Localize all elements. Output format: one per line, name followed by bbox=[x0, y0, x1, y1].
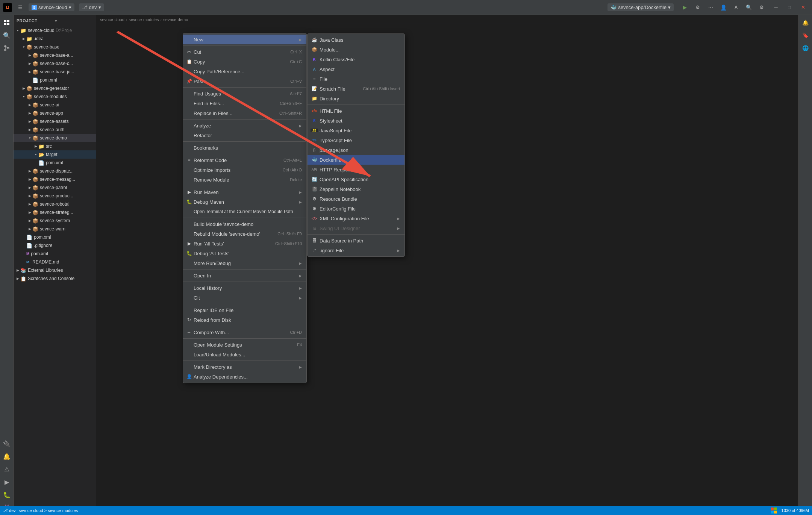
tree-item-sevnce-ai[interactable]: ▶ 📦 sevnce-ai bbox=[14, 101, 96, 109]
project-switcher[interactable]: S sevnce-cloud ▾ bbox=[29, 3, 74, 11]
submenu-typescript-file[interactable]: TS TypeScript File bbox=[308, 135, 404, 145]
submenu-zeppelin-notebook[interactable]: 📓 Zeppelin Notebook bbox=[308, 184, 404, 194]
ctx-item-repair-ide[interactable]: Repair IDE on File bbox=[183, 305, 306, 315]
tree-item-sevnce-base[interactable]: ▾ 📦 sevnce-base bbox=[14, 43, 96, 51]
tree-item-sevnce-system[interactable]: ▶ 📦 sevnce-system bbox=[14, 217, 96, 225]
submenu-scratch-file[interactable]: 📝 Scratch File Ctrl+Alt+Shift+Insert bbox=[308, 84, 404, 94]
user-button[interactable]: 👤 bbox=[718, 2, 729, 13]
branch-switcher[interactable]: ⎇ dev ▾ bbox=[79, 3, 104, 11]
ctx-item-debug-maven[interactable]: 🐛 Debug Maven ▶ bbox=[183, 197, 306, 207]
submenu-dockerfile[interactable]: 🐳 Dockerfile bbox=[308, 155, 404, 165]
tree-item-ext-libs[interactable]: ▶ 📚 External Libraries bbox=[14, 266, 96, 274]
submenu-data-source-in-path[interactable]: 🗄 Data Source in Path bbox=[308, 236, 404, 245]
ctx-item-optimize-imports[interactable]: Optimize Imports Ctrl+Alt+O bbox=[183, 165, 306, 175]
submenu-java-class[interactable]: ☕ Java Class bbox=[308, 35, 404, 45]
tree-item-sevnce-dispatch[interactable]: ▶ 📦 sevnce-dispatc... bbox=[14, 167, 96, 175]
more-button[interactable]: ⋯ bbox=[705, 2, 716, 13]
submenu-editorconfig-file[interactable]: ⚙ EditorConfig File bbox=[308, 204, 404, 214]
gear-button[interactable]: ⚙ bbox=[756, 2, 767, 13]
ctx-item-more-run-debug[interactable]: More Run/Debug ▶ bbox=[183, 258, 306, 268]
ctx-item-debug-all-tests[interactable]: 🐛 Debug 'All Tests' bbox=[183, 248, 306, 258]
ctx-item-compare-with[interactable]: ↔ Compare With... Ctrl+D bbox=[183, 327, 306, 337]
hamburger-menu[interactable]: ☰ bbox=[15, 2, 26, 13]
ctx-item-open-in[interactable]: Open In ▶ bbox=[183, 271, 306, 280]
ctx-item-open-terminal[interactable]: Open Terminal at the Current Maven Modul… bbox=[183, 207, 306, 217]
ctx-item-cut[interactable]: ✂ Cut Ctrl+X bbox=[183, 47, 306, 57]
ctx-item-copy-path[interactable]: Copy Path/Reference... bbox=[183, 67, 306, 76]
tree-item-sevnce-base-c[interactable]: ▶ 📦 sevnce-base-c... bbox=[14, 59, 96, 68]
ctx-item-run-all-tests[interactable]: ▶ Run 'All Tests' Ctrl+Shift+F10 bbox=[183, 239, 306, 248]
sidebar-chevron[interactable]: ▾ bbox=[55, 19, 93, 23]
tree-item-sevnce-robotai[interactable]: ▶ 📦 sevnce-robotai bbox=[14, 200, 96, 208]
ctx-item-bookmarks[interactable]: Bookmarks bbox=[183, 143, 306, 153]
submenu-directory[interactable]: 📁 Directory bbox=[308, 94, 404, 103]
submenu-aspect[interactable]: A Aspect bbox=[308, 64, 404, 74]
submenu-ignore-file[interactable]: .i* .ignore File ▶ bbox=[308, 245, 404, 255]
tree-item-sevnce-base-a[interactable]: ▶ 📦 sevnce-base-a... bbox=[14, 51, 96, 59]
submenu-resource-bundle[interactable]: ⚙ Resource Bundle bbox=[308, 194, 404, 204]
ctx-item-analyze[interactable]: Analyze ▶ bbox=[183, 121, 306, 130]
submenu-file[interactable]: ≡ File bbox=[308, 74, 404, 84]
tree-item-sevnce-warn[interactable]: ▶ 📦 sevnce-warn bbox=[14, 225, 96, 233]
activity-icon-notifications[interactable]: 🔔 bbox=[1, 450, 13, 462]
tree-item-gitignore[interactable]: ▶ 📄 .gitignore bbox=[14, 241, 96, 250]
run-button[interactable]: ▶ bbox=[680, 2, 690, 13]
activity-icon-vcs[interactable] bbox=[1, 42, 13, 54]
maximize-button[interactable]: □ bbox=[783, 2, 795, 13]
ctx-item-rebuild-module[interactable]: Rebuild Module 'sevnce-demo' Ctrl+Shift+… bbox=[183, 229, 306, 239]
submenu-xml-config-file[interactable]: </> XML Configuration File ▶ bbox=[308, 214, 404, 223]
tree-item-pom1[interactable]: ▶ 📄 pom.xml bbox=[14, 76, 96, 84]
tree-item-src[interactable]: ▶ 📁 src bbox=[14, 142, 96, 150]
right-panel-icon-notifications[interactable]: 🔔 bbox=[800, 17, 812, 29]
breadcrumb-sevnce-modules[interactable]: sevnce-modules bbox=[129, 17, 159, 22]
breadcrumb-sevnce-cloud[interactable]: sevnce-cloud bbox=[100, 17, 124, 22]
tree-item-sevnce-base-jo[interactable]: ▶ 📦 sevnce-base-jo... bbox=[14, 68, 96, 76]
tree-item-idea[interactable]: ▶ 📁 .idea bbox=[14, 35, 96, 43]
tree-item-readme[interactable]: ▶ M↓ README.md bbox=[14, 258, 96, 266]
ctx-item-load-unload-modules[interactable]: Load/Unload Modules... bbox=[183, 350, 306, 359]
settings-button[interactable]: ⚙ bbox=[692, 2, 703, 13]
tree-item-pom2[interactable]: ▶ 📄 pom.xml bbox=[14, 159, 96, 167]
ctx-item-find-usages[interactable]: Find Usages Alt+F7 bbox=[183, 89, 306, 98]
tree-item-sevnce-message[interactable]: ▶ 📦 sevnce-messag... bbox=[14, 175, 96, 183]
submenu-stylesheet[interactable]: S Stylesheet bbox=[308, 116, 404, 126]
tree-item-target[interactable]: ▾ 📂 target bbox=[14, 150, 96, 159]
tree-item-sevnce-demo[interactable]: ▾ 📦 sevnce-demo bbox=[14, 134, 96, 142]
tree-item-scratches[interactable]: ▶ 📋 Scratches and Console bbox=[14, 274, 96, 283]
ctx-item-mark-directory-as[interactable]: Mark Directory as ▶ bbox=[183, 362, 306, 372]
tree-item-sevnce-strateg[interactable]: ▶ 📦 sevnce-strateg... bbox=[14, 208, 96, 217]
ctx-item-copy[interactable]: 📋 Copy Ctrl+C bbox=[183, 57, 306, 67]
ctx-item-git[interactable]: Git ▶ bbox=[183, 293, 306, 303]
ctx-item-local-history[interactable]: Local History ▶ bbox=[183, 283, 306, 293]
submenu-package-json[interactable]: {} package.json bbox=[308, 145, 404, 155]
ctx-item-replace-in-files[interactable]: Replace in Files... Ctrl+Shift+R bbox=[183, 108, 306, 118]
activity-icon-search[interactable]: 🔍 bbox=[1, 29, 13, 41]
tree-item-sevnce-cloud[interactable]: ▾ 📁 sevnce-cloud D:\Proje bbox=[14, 26, 96, 35]
ctx-item-paste[interactable]: 📌 Paste Ctrl+V bbox=[183, 76, 306, 86]
activity-icon-terminal[interactable]: ▶ bbox=[1, 476, 13, 488]
submenu-module[interactable]: 📦 Module... bbox=[308, 45, 404, 55]
activity-icon-debug[interactable]: 🐛 bbox=[1, 489, 13, 501]
minimize-button[interactable]: ─ bbox=[770, 2, 782, 13]
ctx-item-remove-module[interactable]: Remove Module Delete bbox=[183, 175, 306, 185]
ctx-item-build-module[interactable]: Build Module 'sevnce-demo' bbox=[183, 219, 306, 229]
ctx-item-find-in-files[interactable]: Find in Files... Ctrl+Shift+F bbox=[183, 98, 306, 108]
ctx-item-reformat-code[interactable]: ≡ Reformat Code Ctrl+Alt+L bbox=[183, 155, 306, 165]
ctx-item-refactor[interactable]: Refactor ▶ bbox=[183, 130, 306, 140]
translate-button[interactable]: A bbox=[731, 2, 741, 13]
submenu-html-file[interactable]: </> HTML File bbox=[308, 106, 404, 116]
tree-item-sevnce-modules[interactable]: ▾ 📦 sevnce-modules bbox=[14, 92, 96, 101]
tree-item-sevnce-generator[interactable]: ▶ 📦 sevnce-generator bbox=[14, 84, 96, 92]
ctx-item-reload-from-disk[interactable]: ↻ Reload from Disk bbox=[183, 315, 306, 325]
right-panel-icon-translate[interactable]: 🌐 bbox=[800, 42, 812, 54]
breadcrumb-sevnce-demo[interactable]: sevnce-demo bbox=[163, 17, 188, 22]
submenu-http-request[interactable]: API HTTP Request bbox=[308, 165, 404, 174]
submenu-kotlin-class[interactable]: K Kotlin Class/File bbox=[308, 55, 404, 64]
file-switcher[interactable]: 🐳 sevnce-app/Dockerfile ▾ bbox=[607, 3, 674, 11]
right-panel-icon-bookmark[interactable]: 🔖 bbox=[800, 29, 812, 41]
tree-item-sevnce-patrol[interactable]: ▶ 📦 sevnce-patrol bbox=[14, 183, 96, 192]
tree-item-sevnce-auth[interactable]: ▶ 📦 sevnce-auth bbox=[14, 126, 96, 134]
ctx-item-new[interactable]: New ▶ ☕ Java Class 📦 Module... K Kotlin … bbox=[183, 35, 306, 44]
tree-item-sevnce-app[interactable]: ▶ 📦 sevnce-app bbox=[14, 109, 96, 117]
activity-icon-bottom[interactable]: ⚠ bbox=[1, 463, 13, 475]
